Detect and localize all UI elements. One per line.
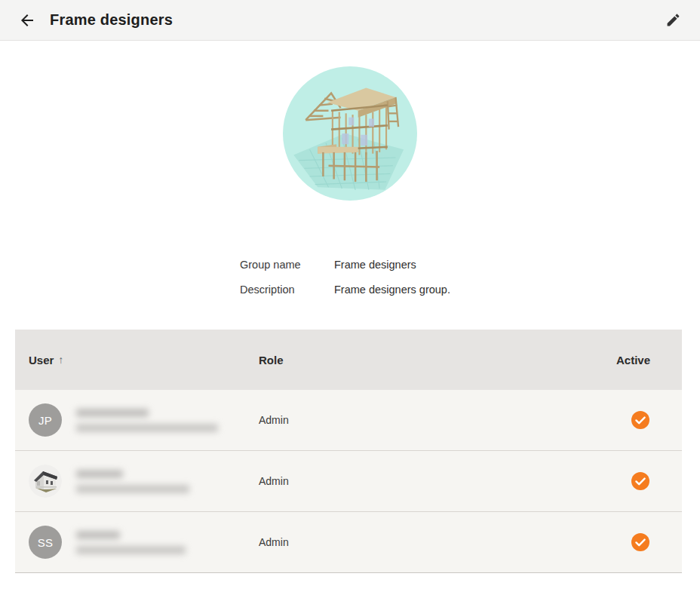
members-table: User ↑ Role Active JP Admin bbox=[15, 330, 682, 573]
role-cell: Admin bbox=[259, 414, 599, 426]
edit-button[interactable] bbox=[662, 10, 683, 31]
group-avatar bbox=[283, 66, 417, 201]
house-photo-avatar bbox=[29, 465, 62, 498]
redacted-user-name bbox=[76, 470, 123, 478]
description-value: Frame designers group. bbox=[334, 284, 450, 296]
redacted-user-email bbox=[76, 546, 186, 554]
back-button[interactable] bbox=[17, 10, 38, 31]
sort-ascending-icon: ↑ bbox=[58, 354, 63, 366]
column-header-role[interactable]: Role bbox=[259, 354, 599, 366]
redacted-user-name bbox=[76, 531, 120, 539]
app-bar: Frame designers bbox=[0, 0, 700, 41]
table-row[interactable]: SS Admin bbox=[15, 512, 682, 573]
active-check-icon bbox=[631, 533, 649, 551]
avatar-initials: JP bbox=[38, 414, 52, 427]
column-header-user[interactable]: User ↑ bbox=[15, 354, 259, 366]
active-check-icon bbox=[631, 472, 649, 490]
group-name-label: Group name bbox=[240, 259, 334, 271]
frame-house-image bbox=[283, 66, 417, 201]
avatar bbox=[29, 465, 62, 498]
column-header-active[interactable]: Active bbox=[599, 354, 682, 366]
user-identity bbox=[76, 531, 186, 554]
user-identity bbox=[76, 470, 189, 493]
active-header-label: Active bbox=[616, 354, 650, 366]
table-header: User ↑ Role Active bbox=[15, 330, 682, 390]
pencil-icon bbox=[665, 12, 681, 28]
user-header-label: User bbox=[29, 354, 54, 366]
redacted-user-email bbox=[76, 485, 189, 493]
role-header-label: Role bbox=[259, 354, 284, 366]
avatar: SS bbox=[29, 526, 62, 559]
group-name-row: Group name Frame designers bbox=[240, 252, 700, 277]
redacted-user-email bbox=[76, 424, 218, 432]
active-check-icon bbox=[631, 411, 649, 429]
arrow-left-icon bbox=[18, 11, 36, 29]
table-row[interactable]: Admin bbox=[15, 451, 682, 512]
avatar-initials: SS bbox=[38, 536, 54, 549]
description-label: Description bbox=[240, 284, 334, 296]
table-row[interactable]: JP Admin bbox=[15, 390, 682, 451]
role-cell: Admin bbox=[259, 475, 599, 487]
page-title: Frame designers bbox=[50, 11, 662, 29]
role-cell: Admin bbox=[259, 536, 599, 548]
group-name-value: Frame designers bbox=[334, 259, 416, 271]
description-row: Description Frame designers group. bbox=[240, 277, 700, 302]
user-identity bbox=[76, 409, 218, 432]
redacted-user-name bbox=[76, 409, 149, 417]
group-info: Group name Frame designers Description F… bbox=[240, 252, 700, 302]
avatar: JP bbox=[29, 403, 62, 437]
